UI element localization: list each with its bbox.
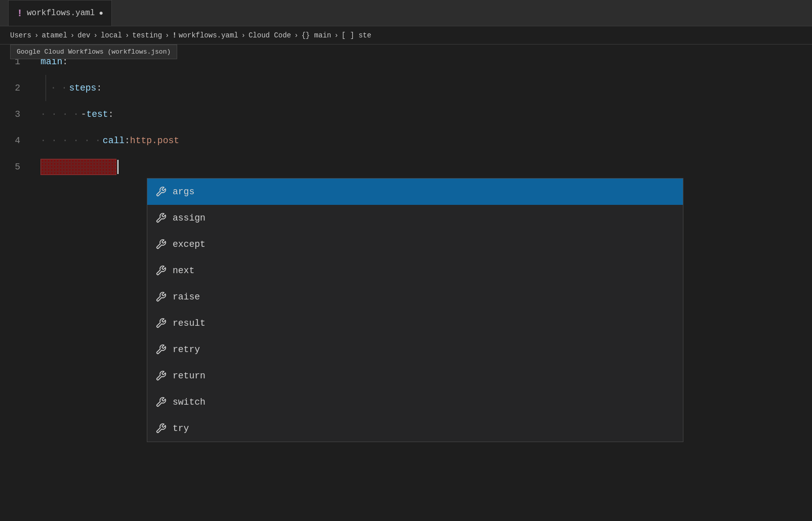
wrench-icon — [155, 344, 167, 355]
wrench-icon — [155, 397, 167, 408]
line-content-3: · · · · - test: — [30, 109, 812, 119]
code-line-3: 3 · · · · - test: — [0, 101, 812, 127]
language-tooltip: Google Cloud Workflows (workflows.json) — [10, 45, 177, 59]
breadcrumb-sep-5: › — [165, 31, 169, 39]
token-steps-key: steps — [69, 83, 96, 93]
autocomplete-item[interactable]: retry — [147, 336, 683, 363]
token-dash-3: - — [81, 109, 87, 119]
indent-dots-2: · · — [51, 83, 67, 93]
breadcrumb-local[interactable]: local — [101, 31, 122, 39]
line-number-2: 2 — [0, 83, 30, 93]
breadcrumb-main[interactable]: {} main — [301, 31, 331, 39]
autocomplete-item-label: switch — [173, 397, 206, 407]
autocomplete-item[interactable]: except — [147, 231, 683, 257]
line-number-4: 4 — [0, 136, 30, 146]
wrench-icon — [155, 239, 167, 250]
code-line-2: 2 · · steps: — [0, 75, 812, 101]
tab-workflows-yaml[interactable]: ! workflows.yaml ● — [8, 0, 112, 26]
token-test-colon: : — [108, 109, 114, 119]
code-line-4: 4 · · · · · · call: http.post — [0, 127, 812, 154]
autocomplete-item[interactable]: assign — [147, 205, 683, 231]
autocomplete-item[interactable]: args — [147, 179, 683, 205]
line-number-3: 3 — [0, 109, 30, 119]
autocomplete-item-label: args — [173, 187, 194, 197]
autocomplete-item[interactable]: return — [147, 363, 683, 389]
autocomplete-item-label: retry — [173, 344, 200, 355]
wrench-icon — [155, 291, 167, 302]
text-cursor — [117, 160, 118, 174]
token-http-post: http.post — [130, 136, 179, 146]
autocomplete-item-label: next — [173, 266, 194, 276]
tooltip-text: Google Cloud Workflows (workflows.json) — [17, 48, 171, 56]
line-number-5: 5 — [0, 162, 30, 172]
autocomplete-item-label: assign — [173, 213, 206, 223]
indent-dots-3a: · · · · — [40, 109, 79, 119]
wrench-icon — [155, 370, 167, 381]
token-steps-colon: : — [96, 83, 102, 93]
breadcrumb-users[interactable]: Users — [10, 31, 31, 39]
breadcrumb-sep-8: › — [334, 31, 338, 39]
indent-dots-4a: · · · · · · — [40, 136, 101, 146]
autocomplete-item[interactable]: result — [147, 310, 683, 336]
autocomplete-item-label: result — [173, 318, 206, 328]
tab-filename: workflows.yaml — [27, 9, 95, 18]
error-underline — [40, 159, 116, 175]
breadcrumb-sep-7: › — [294, 31, 298, 39]
breadcrumb-exclamation-icon: ! — [173, 31, 177, 39]
token-test-key: test — [86, 109, 108, 119]
wrench-icon — [155, 423, 167, 434]
breadcrumb-sep-4: › — [125, 31, 129, 39]
autocomplete-item-label: return — [173, 371, 206, 381]
autocomplete-item[interactable]: raise — [147, 284, 683, 310]
token-call-key: call — [103, 136, 125, 146]
line-content-4: · · · · · · call: http.post — [30, 136, 812, 146]
tab-exclamation-icon: ! — [17, 8, 23, 19]
autocomplete-item-label: try — [173, 423, 189, 433]
editor-area[interactable]: 1 main: 2 · · steps: 3 · · · · - test: 4… — [0, 45, 812, 180]
wrench-icon — [155, 186, 167, 197]
breadcrumb-cloud-code[interactable]: Cloud Code — [249, 31, 291, 39]
wrench-icon — [155, 265, 167, 276]
line-content-5 — [30, 159, 812, 175]
line-content-2: · · steps: — [30, 83, 812, 93]
breadcrumb-file[interactable]: workflows.yaml — [179, 31, 238, 39]
breadcrumb-dev[interactable]: dev — [77, 31, 90, 39]
autocomplete-item-label: raise — [173, 292, 200, 302]
token-call-colon: : — [125, 136, 130, 146]
breadcrumb-sep-3: › — [93, 31, 97, 39]
breadcrumb-bar: Users › atamel › dev › local › testing ›… — [0, 26, 812, 45]
autocomplete-dropdown[interactable]: argsassignexceptnextraiseresultretryretu… — [147, 178, 683, 442]
autocomplete-item[interactable]: try — [147, 415, 683, 442]
breadcrumb-atamel[interactable]: atamel — [42, 31, 67, 39]
autocomplete-item[interactable]: next — [147, 257, 683, 284]
breadcrumb-ste[interactable]: [ ] ste — [342, 31, 372, 39]
wrench-icon — [155, 212, 167, 224]
breadcrumb-sep-6: › — [241, 31, 246, 39]
breadcrumb-sep-1: › — [34, 31, 38, 39]
autocomplete-item[interactable]: switch — [147, 389, 683, 415]
tab-unsaved-dot: ● — [99, 9, 103, 17]
breadcrumb-testing[interactable]: testing — [132, 31, 162, 39]
autocomplete-item-label: except — [173, 239, 206, 249]
tab-bar: ! workflows.yaml ● — [0, 0, 812, 26]
breadcrumb-sep-2: › — [70, 31, 74, 39]
line-5-inner — [40, 159, 118, 175]
code-line-5: 5 — [0, 154, 812, 180]
wrench-icon — [155, 318, 167, 329]
